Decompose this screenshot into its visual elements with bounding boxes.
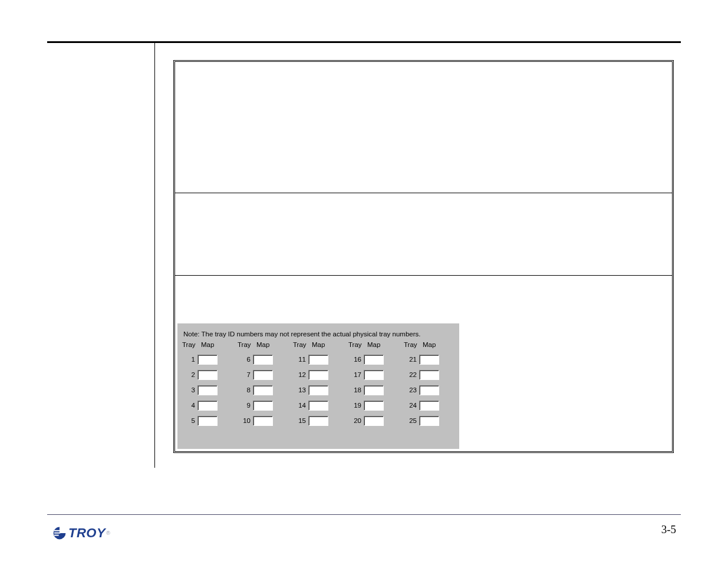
tray-id-label: 5 bbox=[181, 417, 197, 424]
header-tray: Tray bbox=[293, 341, 312, 348]
tray-row: 5 bbox=[181, 413, 233, 428]
tray-map-input[interactable] bbox=[364, 416, 384, 426]
tray-id-label: 8 bbox=[236, 386, 253, 394]
tray-map-input[interactable] bbox=[308, 355, 328, 365]
tray-row: 6 bbox=[236, 352, 288, 367]
tray-map-input[interactable] bbox=[419, 401, 439, 411]
tray-map-input[interactable] bbox=[419, 416, 439, 426]
page-number: 3-5 bbox=[661, 523, 676, 536]
tray-row: 24 bbox=[403, 398, 454, 413]
column-header: Tray Map bbox=[181, 341, 233, 352]
tray-id-label: 16 bbox=[347, 356, 364, 363]
header-map: Map bbox=[423, 341, 436, 348]
tray-row: 12 bbox=[292, 367, 344, 382]
tray-map-input[interactable] bbox=[308, 416, 328, 426]
tray-row: 19 bbox=[347, 398, 399, 413]
tray-column: Tray Map 21 22 23 bbox=[403, 341, 454, 428]
svg-rect-1 bbox=[54, 533, 60, 534]
tray-column: Tray Map 6 7 8 bbox=[236, 341, 288, 428]
tray-map-input[interactable] bbox=[364, 355, 384, 365]
tray-map-input[interactable] bbox=[364, 401, 384, 411]
svg-rect-0 bbox=[54, 530, 62, 531]
tray-map-input[interactable] bbox=[253, 416, 273, 426]
tray-id-label: 14 bbox=[292, 402, 308, 409]
tray-map-input[interactable] bbox=[364, 370, 384, 380]
tray-mapping-note: Note: The tray ID numbers may not repres… bbox=[177, 328, 459, 341]
column-header: Tray Map bbox=[292, 341, 344, 352]
column-header: Tray Map bbox=[347, 341, 399, 352]
brand-name: TROY bbox=[68, 525, 106, 541]
tray-map-input[interactable] bbox=[253, 401, 273, 411]
tray-row: 23 bbox=[403, 382, 454, 398]
header-map: Map bbox=[367, 341, 380, 348]
tray-row: 7 bbox=[236, 367, 288, 382]
header-tray: Tray bbox=[404, 341, 423, 348]
tray-column: Tray Map 16 17 18 bbox=[347, 341, 399, 428]
tray-row: 11 bbox=[292, 352, 344, 367]
tray-row: 8 bbox=[236, 382, 288, 398]
tray-row: 14 bbox=[292, 398, 344, 413]
tray-row: 4 bbox=[181, 398, 233, 413]
tray-map-input[interactable] bbox=[197, 385, 218, 395]
svg-rect-2 bbox=[54, 535, 59, 536]
column-header: Tray Map bbox=[403, 341, 454, 352]
tray-row: 20 bbox=[347, 413, 399, 428]
tray-map-input[interactable] bbox=[253, 370, 273, 380]
registered-mark: ® bbox=[106, 530, 110, 536]
tray-map-input[interactable] bbox=[253, 385, 273, 395]
tray-id-label: 9 bbox=[236, 402, 253, 409]
tray-id-label: 25 bbox=[403, 417, 419, 424]
tray-id-label: 2 bbox=[181, 371, 197, 378]
tray-id-label: 24 bbox=[403, 402, 419, 409]
tray-column: Tray Map 1 2 3 bbox=[181, 341, 233, 428]
tray-row: 17 bbox=[347, 367, 399, 382]
tray-map-input[interactable] bbox=[308, 385, 328, 395]
tray-map-input[interactable] bbox=[197, 355, 218, 365]
panel-separator-2 bbox=[175, 275, 672, 276]
tray-map-input[interactable] bbox=[253, 355, 273, 365]
tray-id-label: 13 bbox=[292, 386, 308, 394]
tray-id-label: 18 bbox=[347, 386, 364, 394]
tray-row: 9 bbox=[236, 398, 288, 413]
tray-map-input[interactable] bbox=[419, 370, 439, 380]
tray-id-label: 20 bbox=[347, 417, 364, 424]
top-rule bbox=[47, 41, 681, 43]
tray-id-label: 1 bbox=[181, 356, 197, 363]
panel-separator-1 bbox=[175, 193, 672, 193]
header-tray: Tray bbox=[348, 341, 367, 348]
tray-row: 3 bbox=[181, 382, 233, 398]
header-map: Map bbox=[201, 341, 214, 348]
tray-map-input[interactable] bbox=[308, 370, 328, 380]
tray-map-input[interactable] bbox=[419, 355, 439, 365]
main-panel: Note: The tray ID numbers may not repres… bbox=[173, 60, 674, 453]
tray-map-input[interactable] bbox=[197, 416, 218, 426]
tray-column: Tray Map 11 12 13 bbox=[292, 341, 344, 428]
brand-logo: TROY ® bbox=[52, 525, 110, 541]
tray-id-label: 7 bbox=[236, 371, 253, 378]
tray-id-label: 12 bbox=[292, 371, 308, 378]
tray-id-label: 4 bbox=[181, 402, 197, 409]
vertical-divider bbox=[154, 43, 155, 468]
tray-map-input[interactable] bbox=[364, 385, 384, 395]
tray-map-input[interactable] bbox=[308, 401, 328, 411]
logo-mark-icon bbox=[52, 525, 67, 541]
tray-id-label: 6 bbox=[236, 356, 253, 363]
tray-row: 21 bbox=[403, 352, 454, 367]
tray-row: 10 bbox=[236, 413, 288, 428]
tray-row: 18 bbox=[347, 382, 399, 398]
tray-id-label: 21 bbox=[403, 356, 419, 363]
tray-id-label: 23 bbox=[403, 386, 419, 394]
tray-map-input[interactable] bbox=[197, 401, 218, 411]
tray-id-label: 15 bbox=[292, 417, 308, 424]
header-tray: Tray bbox=[182, 341, 201, 348]
tray-row: 15 bbox=[292, 413, 344, 428]
tray-id-label: 3 bbox=[181, 386, 197, 394]
column-header: Tray Map bbox=[236, 341, 288, 352]
tray-row: 22 bbox=[403, 367, 454, 382]
header-map: Map bbox=[256, 341, 269, 348]
tray-row: 25 bbox=[403, 413, 454, 428]
tray-map-input[interactable] bbox=[419, 385, 439, 395]
tray-map-input[interactable] bbox=[197, 370, 218, 380]
tray-mapping-panel: Note: The tray ID numbers may not repres… bbox=[177, 323, 459, 449]
tray-row: 2 bbox=[181, 367, 233, 382]
